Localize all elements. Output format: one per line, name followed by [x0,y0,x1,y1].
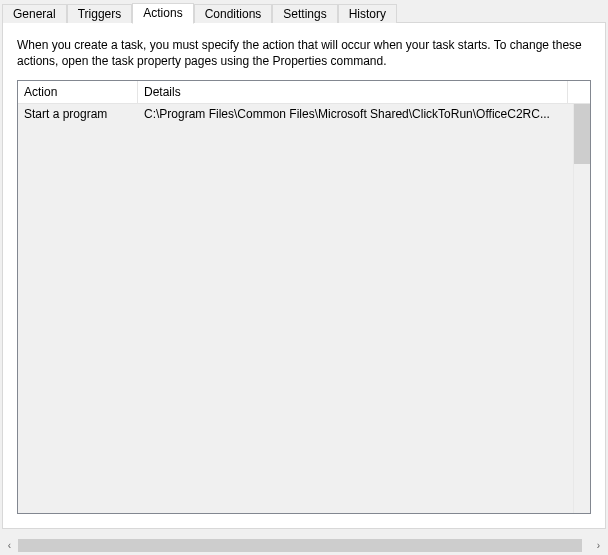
column-header-spacer [568,81,590,103]
tab-page-actions: When you create a task, you must specify… [2,22,606,529]
list-vertical-scrollbar-thumb[interactable] [574,104,590,164]
column-header-action[interactable]: Action [18,81,138,103]
panel-horizontal-scrollbar[interactable]: ‹ › [1,537,607,554]
tab-general[interactable]: General [2,4,67,23]
cell-action: Start a program [18,106,138,122]
table-row[interactable]: Start a program C:\Program Files\Common … [18,104,573,124]
scroll-thumb[interactable] [18,539,582,552]
scroll-left-icon[interactable]: ‹ [1,537,18,554]
scroll-right-icon[interactable]: › [590,537,607,554]
scroll-track[interactable] [18,537,590,554]
tab-strip: General Triggers Actions Conditions Sett… [0,0,608,23]
list-vertical-scrollbar[interactable] [573,104,590,513]
tab-conditions[interactable]: Conditions [194,4,273,23]
actions-list-body: Start a program C:\Program Files\Common … [18,104,573,513]
tab-triggers[interactable]: Triggers [67,4,133,23]
tab-history[interactable]: History [338,4,397,23]
cell-details: C:\Program Files\Common Files\Microsoft … [138,106,573,122]
tab-settings[interactable]: Settings [272,4,337,23]
task-properties-panel: General Triggers Actions Conditions Sett… [0,0,608,555]
actions-list[interactable]: Action Details Start a program C:\Progra… [17,80,591,514]
column-header-details[interactable]: Details [138,81,568,103]
tab-actions[interactable]: Actions [132,3,193,24]
actions-description: When you create a task, you must specify… [3,23,605,79]
actions-list-header: Action Details [18,81,590,104]
